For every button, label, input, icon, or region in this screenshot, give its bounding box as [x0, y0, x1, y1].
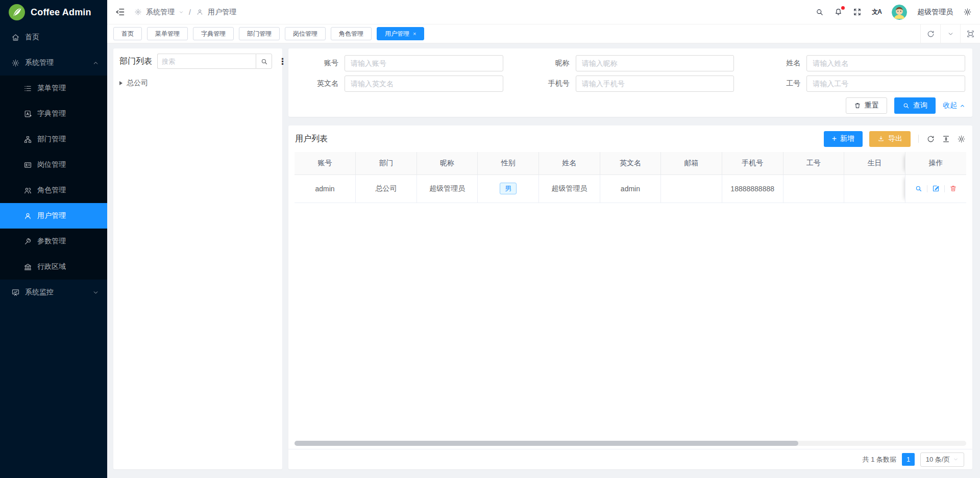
- nickname-input[interactable]: [576, 55, 734, 71]
- scrollbar-thumb[interactable]: [295, 441, 798, 446]
- header-actions: 文A 超级管理员: [815, 5, 972, 20]
- col-name[interactable]: 姓名: [539, 152, 600, 174]
- sidebar-item-dept-management[interactable]: 部门管理: [0, 127, 107, 152]
- cell-account: admin: [295, 174, 356, 203]
- tree-node-head-office[interactable]: 总公司: [119, 76, 276, 90]
- user-table: 账号 部门 昵称 性别 姓名 英文名 邮箱 手机号 工号 生日 操作: [295, 152, 966, 203]
- sidebar-item-user-management[interactable]: 用户管理: [0, 203, 107, 229]
- add-user-button[interactable]: + 新增: [824, 131, 863, 147]
- name-input[interactable]: [806, 55, 965, 71]
- sidebar-item-menu-management[interactable]: 菜单管理: [0, 76, 107, 101]
- caret-right-icon[interactable]: [119, 81, 122, 85]
- maximize-icon[interactable]: [960, 24, 980, 43]
- tab-dept-management[interactable]: 部门管理: [239, 27, 280, 40]
- avatar[interactable]: [892, 5, 907, 20]
- people-icon: [23, 186, 32, 195]
- table-header-row: 账号 部门 昵称 性别 姓名 英文名 邮箱 手机号 工号 生日 操作: [295, 152, 966, 174]
- col-nickname[interactable]: 昵称: [416, 152, 478, 174]
- fullscreen-icon[interactable]: [853, 8, 862, 16]
- user-table-panel: 用户列表 + 新增 导出: [288, 125, 972, 469]
- dept-search-button[interactable]: [256, 54, 272, 69]
- system-submenu: 菜单管理 字典管理 部门管理 岗位管理 角色管理 用户管理: [0, 76, 107, 280]
- search-icon[interactable]: [815, 8, 824, 16]
- row-height-icon[interactable]: [942, 135, 950, 143]
- col-work-no[interactable]: 工号: [783, 152, 844, 174]
- collapse-sidebar-icon[interactable]: [115, 7, 125, 17]
- col-en-name[interactable]: 英文名: [600, 152, 661, 174]
- col-dept[interactable]: 部门: [356, 152, 417, 174]
- tab-user-management[interactable]: 用户管理 ×: [377, 27, 424, 40]
- sidebar-item-home[interactable]: 首页: [0, 24, 107, 50]
- gear-icon: [134, 8, 142, 16]
- table-row[interactable]: admin 总公司 超级管理员 男 超级管理员 admin 1888888888…: [295, 174, 966, 203]
- page-number-button[interactable]: 1: [902, 453, 915, 466]
- col-phone[interactable]: 手机号: [722, 152, 783, 174]
- collapse-form-link[interactable]: 收起: [943, 101, 965, 110]
- sidebar-item-role-management[interactable]: 角色管理: [0, 178, 107, 203]
- view-icon[interactable]: [915, 185, 922, 192]
- delete-icon[interactable]: [949, 185, 957, 192]
- tab-post-management[interactable]: 岗位管理: [285, 27, 326, 40]
- field-phone: 手机号: [523, 76, 734, 92]
- sidebar-item-post-management[interactable]: 岗位管理: [0, 152, 107, 178]
- tab-home[interactable]: 首页: [113, 27, 142, 40]
- refresh-icon[interactable]: [926, 135, 935, 143]
- action-divider: [927, 185, 927, 192]
- app-title: Coffee Admin: [31, 7, 91, 18]
- dept-search-input[interactable]: [157, 54, 256, 69]
- sidebar-item-param-management[interactable]: 参数管理: [0, 229, 107, 254]
- export-button[interactable]: 导出: [869, 131, 911, 147]
- cell-phone: 18888888888: [722, 174, 783, 203]
- kebab-menu-icon[interactable]: ⋮: [277, 57, 288, 66]
- cell-sex: 男: [478, 174, 539, 203]
- cell-actions: [905, 174, 966, 203]
- refresh-icon[interactable]: [920, 24, 940, 43]
- dept-tree: 总公司: [119, 76, 276, 90]
- menu-list-icon: [23, 84, 32, 93]
- sidebar-item-system-monitor[interactable]: 系统监控: [0, 280, 107, 305]
- reset-button[interactable]: 重置: [846, 97, 887, 114]
- tab-dict-management[interactable]: 字典管理: [193, 27, 234, 40]
- tab-menu-management[interactable]: 菜单管理: [147, 27, 188, 40]
- field-work-no: 工号: [753, 76, 965, 92]
- search-icon: [902, 102, 910, 109]
- settings-gear-icon[interactable]: [963, 8, 972, 16]
- edit-icon[interactable]: [932, 185, 940, 192]
- work-no-input[interactable]: [806, 76, 965, 92]
- translate-icon[interactable]: 文A: [872, 8, 881, 16]
- current-username[interactable]: 超级管理员: [917, 8, 953, 17]
- wrench-icon: [23, 237, 32, 246]
- col-email[interactable]: 邮箱: [661, 152, 722, 174]
- sidebar-item-dict-management[interactable]: 字典管理: [0, 101, 107, 127]
- chevron-down-icon: [953, 457, 959, 462]
- home-icon: [11, 33, 20, 42]
- cell-email: [661, 174, 722, 203]
- chevron-down-icon[interactable]: [940, 24, 960, 43]
- horizontal-scrollbar[interactable]: [295, 441, 966, 446]
- en-name-input[interactable]: [345, 76, 503, 92]
- column-settings-gear-icon[interactable]: [957, 135, 966, 143]
- page-size-select[interactable]: 10 条/页: [920, 452, 964, 467]
- chevron-down-icon: [179, 10, 184, 15]
- cell-dept: 总公司: [356, 174, 417, 203]
- sidebar-item-admin-region[interactable]: 行政区域: [0, 254, 107, 280]
- sex-tag: 男: [500, 183, 517, 195]
- sidebar-menu: 首页 系统管理 菜单管理 字典管理 部门管理 岗位管理: [0, 24, 107, 305]
- sidebar-item-system-management[interactable]: 系统管理: [0, 50, 107, 76]
- leaf-logo-icon: [8, 4, 26, 21]
- query-button[interactable]: 查询: [894, 97, 936, 114]
- col-birthday[interactable]: 生日: [844, 152, 905, 174]
- breadcrumb-level1[interactable]: 系统管理: [146, 8, 175, 17]
- user-table-title: 用户列表: [295, 134, 328, 144]
- notification-bell-icon[interactable]: [834, 8, 843, 16]
- phone-input[interactable]: [576, 76, 734, 92]
- dictionary-icon: [23, 110, 32, 118]
- col-sex[interactable]: 性别: [478, 152, 539, 174]
- filter-form: 账号 昵称 姓名 英文名 手机号: [288, 48, 972, 117]
- top-header: 系统管理 / 用户管理 文A 超级管理员: [107, 0, 980, 24]
- account-input[interactable]: [345, 55, 503, 71]
- toolbar-divider: [918, 135, 919, 143]
- tab-close-icon[interactable]: ×: [413, 31, 416, 37]
- tab-role-management[interactable]: 角色管理: [331, 27, 372, 40]
- col-account[interactable]: 账号: [295, 152, 356, 174]
